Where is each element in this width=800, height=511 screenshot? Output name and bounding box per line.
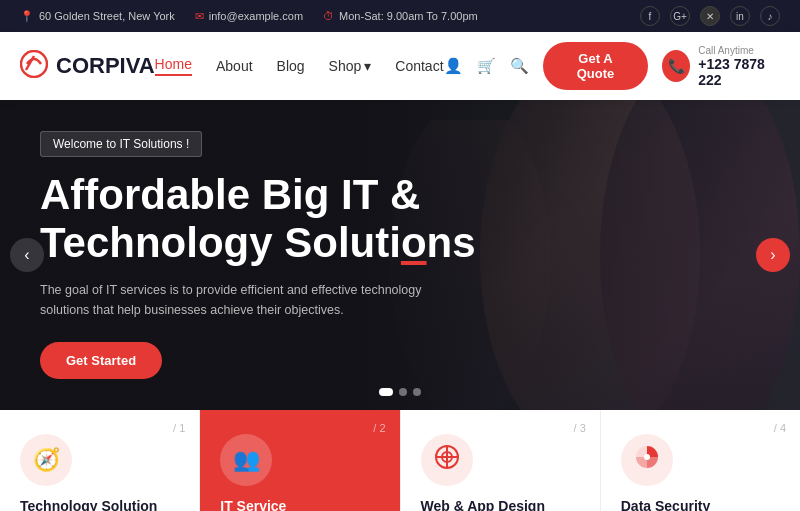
service-icon-wrap-1: 🧭	[20, 434, 72, 486]
address-text: 60 Golden Street, New York	[39, 10, 175, 22]
service-num-3: / 3	[574, 422, 586, 434]
google-plus-icon[interactable]: G+	[670, 6, 690, 26]
tiktok-icon[interactable]: ♪	[760, 6, 780, 26]
hero-description: The goal of IT services is to provide ef…	[40, 280, 440, 320]
location-icon: 📍	[20, 10, 34, 23]
nav-links: Home About Blog Shop ▾ Contact	[155, 56, 444, 76]
hero-dots	[379, 388, 421, 396]
hours-text: Mon-Sat: 9.00am To 7.00pm	[339, 10, 478, 22]
service-num-1: / 1	[173, 422, 185, 434]
service-card-4[interactable]: / 4 Data Security	[601, 410, 800, 511]
hero-cta-button[interactable]: Get Started	[40, 342, 162, 379]
service-name-1: Technology Solution	[20, 498, 179, 511]
top-bar-left: 📍 60 Golden Street, New York ✉ info@exam…	[20, 10, 478, 23]
hours-item: ⏱ Mon-Sat: 9.00am To 7.00pm	[323, 10, 478, 22]
service-card-3[interactable]: / 3 Web & App Design	[401, 410, 601, 511]
hero-title: Affordable Big IT & Technology Solutions	[40, 171, 476, 265]
top-bar: 📍 60 Golden Street, New York ✉ info@exam…	[0, 0, 800, 32]
logo-text: CORPIVA	[56, 53, 155, 79]
clock-icon: ⏱	[323, 10, 334, 22]
hero-title-underline: o	[401, 219, 427, 266]
x-icon[interactable]: ✕	[700, 6, 720, 26]
email-icon: ✉	[195, 10, 204, 23]
call-label: Call Anytime	[698, 45, 780, 56]
hero-dot-2[interactable]	[399, 388, 407, 396]
nav-about[interactable]: About	[216, 58, 253, 74]
cart-icon-button[interactable]: 🛒	[477, 57, 496, 75]
email-item: ✉ info@example.com	[195, 10, 303, 23]
service-icon-wrap-2: 👥	[220, 434, 272, 486]
service-num-4: / 4	[774, 422, 786, 434]
technology-icon: 🧭	[33, 447, 60, 473]
user-icon-button[interactable]: 👤	[444, 57, 463, 75]
service-icon-wrap-3	[421, 434, 473, 486]
service-name-3: Web & App Design	[421, 498, 580, 511]
hero-dot-3[interactable]	[413, 388, 421, 396]
service-name-4: Data Security	[621, 498, 780, 511]
logo[interactable]: CORPIVA	[20, 50, 155, 83]
service-cards: / 1 🧭 Technology Solution / 2 👥 IT Servi…	[0, 410, 800, 511]
nav-shop[interactable]: Shop ▾	[329, 58, 372, 74]
social-links: f G+ ✕ in ♪	[640, 6, 780, 26]
phone-icon: 📞	[662, 50, 690, 82]
data-security-icon	[634, 444, 660, 476]
service-name-2: IT Service	[220, 498, 379, 511]
svg-point-0	[21, 51, 47, 77]
hero-prev-button[interactable]: ‹	[10, 238, 44, 272]
hero-content: Welcome to IT Solutions ! Affordable Big…	[0, 131, 516, 378]
hero-title-line2: Technology Solutions	[40, 219, 476, 266]
hero-section: Welcome to IT Solutions ! Affordable Big…	[0, 100, 800, 410]
call-box: 📞 Call Anytime +123 7878 222	[662, 45, 780, 88]
nav-home[interactable]: Home	[155, 56, 192, 76]
hero-next-button[interactable]: ›	[756, 238, 790, 272]
it-service-icon: 👥	[233, 447, 260, 473]
svg-point-7	[644, 454, 650, 460]
hero-badge: Welcome to IT Solutions !	[40, 131, 202, 157]
chevron-down-icon: ▾	[364, 58, 371, 74]
hero-dot-1[interactable]	[379, 388, 393, 396]
call-info: Call Anytime +123 7878 222	[698, 45, 780, 88]
nav-contact[interactable]: Contact	[395, 58, 443, 74]
linkedin-icon[interactable]: in	[730, 6, 750, 26]
service-icon-wrap-4	[621, 434, 673, 486]
nav-blog[interactable]: Blog	[277, 58, 305, 74]
search-icon-button[interactable]: 🔍	[510, 57, 529, 75]
get-quote-button[interactable]: Get A Quote	[543, 42, 649, 90]
logo-icon	[20, 50, 48, 83]
address-item: 📍 60 Golden Street, New York	[20, 10, 175, 23]
service-num-2: / 2	[373, 422, 385, 434]
call-number: +123 7878 222	[698, 56, 780, 88]
service-card-2[interactable]: / 2 👥 IT Service	[200, 410, 400, 511]
navbar: CORPIVA Home About Blog Shop ▾ Contact 👤…	[0, 32, 800, 100]
service-card-1[interactable]: / 1 🧭 Technology Solution	[0, 410, 200, 511]
facebook-icon[interactable]: f	[640, 6, 660, 26]
web-design-icon	[434, 444, 460, 476]
nav-icons: 👤 🛒 🔍 Get A Quote 📞 Call Anytime +123 78…	[444, 42, 780, 90]
email-text: info@example.com	[209, 10, 303, 22]
